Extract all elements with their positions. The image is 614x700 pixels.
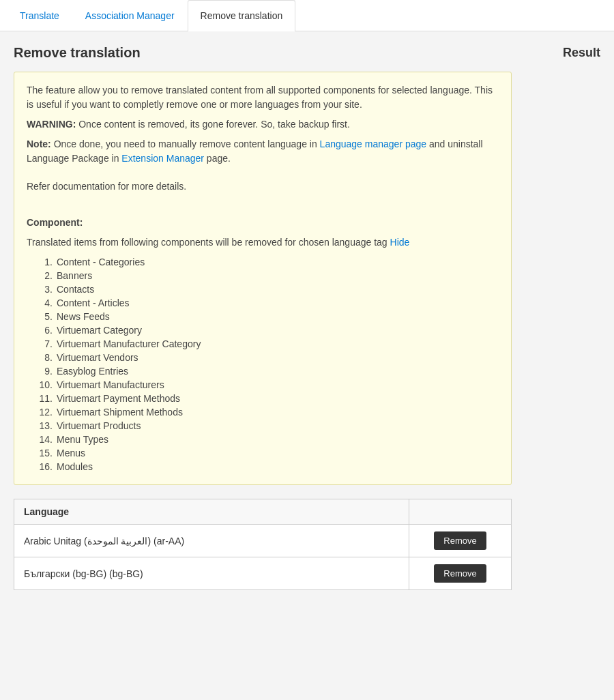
item-num: 11.: [33, 393, 53, 404]
list-item: 7.Virtuemart Manufacturer Category: [33, 337, 499, 351]
item-num: 7.: [33, 338, 53, 349]
item-name: Easyblog Entries: [57, 366, 128, 377]
list-item: 9.Easyblog Entries: [33, 364, 499, 378]
page-header: Remove translation Result: [14, 45, 600, 61]
item-num: 8.: [33, 352, 53, 363]
language-name: Български (bg-BG) (bg-BG): [14, 557, 409, 590]
list-item: 10.Virtuemart Manufacturers: [33, 378, 499, 392]
list-item: 14.Menu Types: [33, 433, 499, 446]
remove-button[interactable]: Remove: [434, 531, 486, 550]
list-item: 11.Virtuemart Payment Methods: [33, 392, 499, 405]
item-num: 13.: [33, 420, 53, 431]
list-item: 1.Content - Categories: [33, 255, 499, 269]
item-name: Virtuemart Shipment Methods: [57, 407, 183, 418]
language-column-header: Language: [14, 499, 409, 525]
info-note: Note: Once done, you need to manually re…: [27, 137, 499, 166]
list-item: 15.Menus: [33, 446, 499, 460]
main-content: Remove translation Result The feature al…: [0, 31, 614, 604]
warning-label: WARNING:: [27, 119, 76, 130]
list-item: 16.Modules: [33, 460, 499, 473]
tab-remove-translation[interactable]: Remove translation: [188, 0, 296, 31]
item-num: 14.: [33, 434, 53, 445]
action-column-header: [409, 499, 512, 525]
language-manager-link[interactable]: Language manager page: [320, 138, 426, 149]
item-num: 10.: [33, 379, 53, 390]
hide-link[interactable]: Hide: [390, 237, 410, 248]
list-item: 8.Virtuemart Vendors: [33, 351, 499, 364]
info-paragraph1: The feature allow you to remove translat…: [27, 83, 499, 112]
item-name: Content - Categories: [57, 257, 145, 267]
item-name: Virtuemart Manufacturers: [57, 379, 164, 390]
result-label: Result: [563, 46, 600, 60]
item-name: Virtuemart Category: [57, 325, 142, 336]
warning-text: Once content is removed, its gone foreve…: [76, 119, 350, 130]
tabs-bar: Translate Association Manager Remove tra…: [0, 0, 614, 31]
note-label: Note:: [27, 138, 51, 149]
note-text: Once done, you need to manually remove c…: [51, 138, 320, 149]
item-num: 12.: [33, 407, 53, 418]
tab-translate[interactable]: Translate: [7, 0, 72, 31]
list-item: 2.Banners: [33, 269, 499, 282]
item-name: Virtuemart Products: [57, 420, 141, 431]
item-num: 6.: [33, 325, 53, 336]
refer-text: Refer documentation for more details.: [27, 179, 499, 194]
item-name: Menus: [57, 448, 85, 458]
item-num: 1.: [33, 257, 53, 267]
component-label: Component:: [27, 216, 499, 230]
item-name: Menu Types: [57, 434, 108, 445]
list-item: 3.Contacts: [33, 282, 499, 296]
item-name: Virtuemart Payment Methods: [57, 393, 180, 404]
component-list: 1.Content - Categories2.Banners3.Contact…: [27, 255, 499, 473]
item-num: 4.: [33, 297, 53, 308]
table-row: Български (bg-BG) (bg-BG) Remove: [14, 557, 512, 590]
tab-association-manager[interactable]: Association Manager: [72, 0, 188, 31]
list-item: 13.Virtuemart Products: [33, 419, 499, 433]
list-item: 5.News Feeds: [33, 310, 499, 323]
page-title: Remove translation: [14, 45, 141, 61]
language-name: Arabic Unitag (العربية الموحدة) (ar-AA): [14, 525, 409, 557]
table-row: Arabic Unitag (العربية الموحدة) (ar-AA) …: [14, 525, 512, 557]
component-intro: Translated items from following componen…: [27, 235, 499, 250]
list-item: 6.Virtuemart Category: [33, 323, 499, 337]
item-name: Banners: [57, 270, 92, 281]
extension-manager-link[interactable]: Extension Manager: [121, 153, 204, 164]
list-item: 12.Virtuemart Shipment Methods: [33, 405, 499, 419]
item-name: News Feeds: [57, 311, 110, 322]
info-warning: WARNING: Once content is removed, its go…: [27, 117, 499, 132]
remove-cell: Remove: [409, 525, 512, 557]
item-num: 2.: [33, 270, 53, 281]
note-text3: page.: [204, 153, 231, 164]
item-name: Virtuemart Manufacturer Category: [57, 338, 201, 349]
remove-button[interactable]: Remove: [434, 564, 486, 583]
list-item: 4.Content - Articles: [33, 296, 499, 310]
item-name: Modules: [57, 461, 93, 472]
language-table: Language Arabic Unitag (العربية الموحدة)…: [14, 499, 512, 590]
item-num: 15.: [33, 448, 53, 458]
item-name: Content - Articles: [57, 297, 130, 308]
info-box: The feature allow you to remove translat…: [14, 72, 512, 485]
item-num: 16.: [33, 461, 53, 472]
component-intro-text: Translated items from following componen…: [27, 237, 388, 248]
item-name: Virtuemart Vendors: [57, 352, 138, 363]
item-num: 3.: [33, 284, 53, 295]
item-num: 5.: [33, 311, 53, 322]
item-name: Contacts: [57, 284, 94, 295]
remove-cell: Remove: [409, 557, 512, 590]
item-num: 9.: [33, 366, 53, 377]
